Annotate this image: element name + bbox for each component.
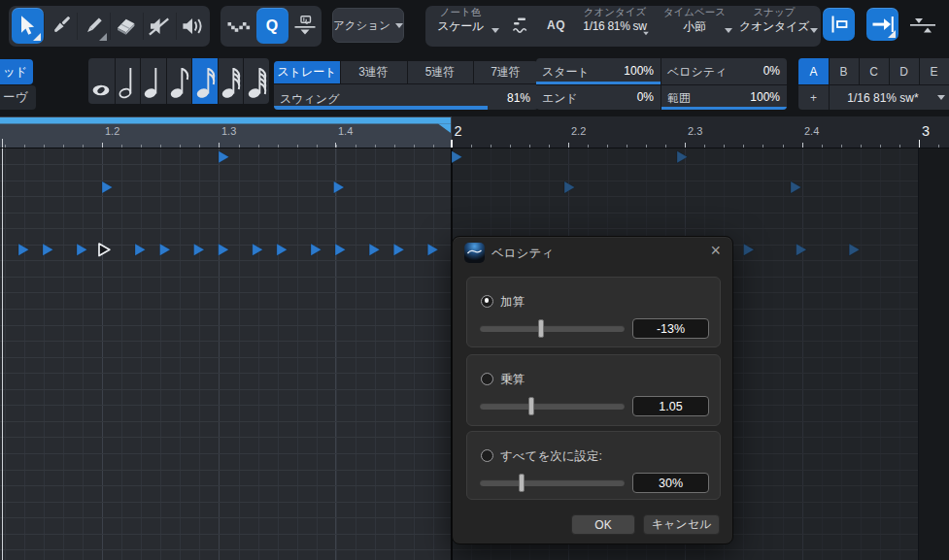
snap-to-grid-start-toggle[interactable] (823, 8, 855, 41)
option-slider-handle[interactable] (528, 397, 534, 415)
separator (919, 58, 920, 84)
humanize-icon[interactable] (512, 16, 529, 34)
separator (473, 61, 474, 83)
field-slider[interactable]: スタート100% (536, 58, 661, 84)
corner-options-indicator (33, 33, 41, 41)
follow-playhead-toggle[interactable] (866, 8, 898, 41)
separator (218, 58, 219, 104)
bend-marker-icon (293, 16, 317, 37)
preset-slot-B[interactable]: B (829, 58, 859, 84)
separator (889, 58, 890, 84)
tool-eraser-button[interactable] (111, 8, 143, 44)
action-button[interactable]: アクション (332, 8, 404, 43)
aq-toggle[interactable]: AQ (547, 18, 565, 32)
timebase-value: 小節 (657, 18, 732, 34)
ruler-label: 2.2 (571, 125, 586, 137)
tool-mute-button[interactable] (144, 8, 176, 44)
field-label: スタート (542, 64, 590, 81)
radio-button[interactable] (481, 373, 493, 385)
ok-button[interactable]: OK (571, 514, 635, 535)
feel-tab[interactable]: 3連符 (340, 61, 407, 83)
swing-value[interactable]: 81% (507, 91, 530, 105)
quantize-chevron-icon[interactable] (643, 32, 649, 36)
option-value-input[interactable]: -13% (632, 318, 709, 339)
option-slider-handle[interactable] (538, 319, 544, 338)
cancel-button[interactable]: キャンセル (643, 514, 720, 535)
option-slider-track[interactable] (480, 325, 625, 332)
velocity-option-group: すべてを次に設定:30% (466, 431, 721, 500)
macro-tool-group: Q (220, 6, 322, 47)
feel-tab-group: ストレート3連符5連符7連符スウィング81% (274, 61, 538, 110)
radio-button[interactable] (481, 449, 493, 462)
preset-current-value[interactable]: 1/16 81% sw* (830, 85, 936, 110)
monitor-tool-icon (181, 15, 204, 38)
ruler-label: 2.3 (688, 125, 702, 137)
separator (859, 58, 860, 84)
preset-slot-D[interactable]: D (889, 58, 919, 84)
swing-slider[interactable] (274, 106, 488, 110)
quantize-select[interactable]: クオンタイズ 1/16 81% sw (573, 6, 657, 34)
auto-scroll-lanes-icon[interactable] (908, 12, 937, 37)
tool-pencil-button[interactable] (78, 8, 110, 44)
ruler-label: 1.2 (105, 125, 119, 137)
separator (115, 58, 116, 104)
corner-options-indicator (888, 30, 896, 38)
field-slider[interactable]: エンド0% (536, 85, 661, 110)
snap-select[interactable]: スナップ クオンタイズ (734, 6, 814, 34)
timebase-chevron-icon[interactable] (725, 28, 732, 33)
field-fill-bar (661, 107, 787, 111)
separator (77, 13, 78, 40)
ruler-label: 3 (922, 123, 930, 139)
option-value-input[interactable]: 30% (632, 473, 709, 493)
thirtysecond-note-button[interactable] (218, 58, 244, 104)
sixtyfourth-note-button[interactable] (243, 58, 269, 104)
preset-slot-E[interactable]: E (919, 58, 949, 84)
tool-paint-button[interactable] (45, 8, 77, 44)
ruler-label: 1.3 (221, 125, 236, 137)
separator (44, 13, 45, 40)
quarter-note-button[interactable] (140, 58, 166, 104)
field-value: 0% (763, 64, 780, 78)
app-badge-icon (464, 243, 485, 263)
whole-note-button[interactable] (88, 58, 115, 104)
option-slider-track[interactable] (480, 479, 625, 486)
preset-slot-C[interactable]: C (859, 58, 889, 84)
field-label: エンド (542, 90, 578, 107)
close-icon[interactable]: × (710, 242, 721, 260)
velocity-option-group: 乗算1.05 (466, 354, 721, 426)
eighth-note-button[interactable] (166, 58, 192, 104)
field-label: ベロシティ (667, 64, 727, 81)
tool-monitor-button[interactable] (177, 8, 209, 44)
option-slider-handle[interactable] (519, 474, 525, 492)
separator (166, 58, 167, 104)
half-note-icon (115, 61, 140, 102)
field-slider[interactable]: ベロシティ0% (661, 58, 787, 84)
option-slider-track[interactable] (480, 403, 625, 410)
tool-group (9, 6, 210, 47)
tool-arrow-button[interactable] (12, 8, 44, 44)
chevron-down-icon (395, 23, 403, 28)
option-value-input[interactable]: 1.05 (632, 396, 709, 416)
side-tab[interactable]: ッド (0, 59, 33, 84)
separator (243, 58, 244, 104)
drum-editor-window: Q アクション ノート色 スケール AQ クオンタイズ 1/16 81% sw … (0, 0, 949, 560)
quantize-q-button[interactable]: Q (256, 8, 288, 44)
field-slider[interactable]: 範囲100% (661, 85, 787, 110)
snap-chevron-icon[interactable] (810, 28, 818, 33)
feel-tab[interactable]: 5連符 (407, 61, 473, 83)
half-note-button[interactable] (115, 58, 141, 104)
preset-chevron-icon[interactable] (937, 95, 945, 100)
timebase-select[interactable]: タイムベース 小節 (657, 6, 732, 34)
feel-tab[interactable]: ストレート (274, 61, 340, 83)
side-tab[interactable]: ーヴ (0, 85, 36, 110)
bend-marker-button[interactable] (289, 8, 322, 44)
quarter-note-icon (140, 61, 165, 102)
preset-slot-A[interactable]: A (798, 58, 829, 84)
note-color-select[interactable]: ノート色 スケール (427, 6, 493, 34)
preset-add-button[interactable]: + (798, 85, 829, 110)
note-color-chevron-icon[interactable] (491, 28, 499, 33)
feel-tab[interactable]: 7連符 (473, 61, 538, 83)
humanize-steps-button[interactable] (223, 8, 255, 44)
radio-button-selected[interactable] (481, 295, 493, 308)
sixteenth-note-button[interactable] (191, 58, 218, 104)
